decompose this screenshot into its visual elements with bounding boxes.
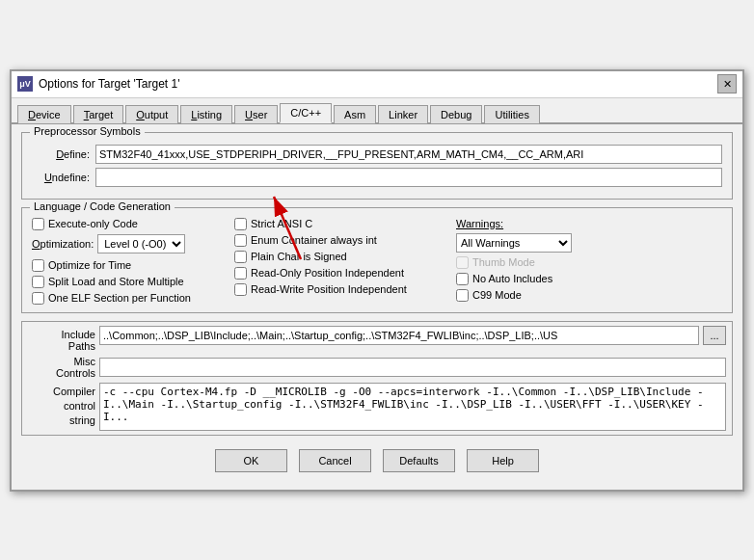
tabs-bar: Device Target Output Listing User C/C++ … bbox=[12, 98, 742, 124]
read-write-pi-row: Read-Write Position Independent bbox=[234, 283, 446, 296]
no-auto-includes-row: No Auto Includes bbox=[456, 273, 722, 285]
optimize-time-checkbox[interactable] bbox=[32, 259, 44, 272]
warnings-col: Warnings: All Warnings Thumb Mode No Aut… bbox=[456, 218, 722, 302]
optimization-select[interactable]: Level 0 (-O0) bbox=[97, 234, 185, 253]
title-bar: μV Options for Target 'Target 1' ✕ bbox=[12, 71, 742, 98]
strict-ansi-checkbox[interactable] bbox=[234, 218, 247, 230]
tab-listing[interactable]: Listing bbox=[180, 105, 232, 123]
optimization-label: Optimization: bbox=[32, 238, 94, 250]
lang-col-1: Execute-only Code Optimization: Level 0 … bbox=[32, 218, 225, 305]
read-write-pi-label: Read-Write Position Independent bbox=[251, 283, 407, 295]
ok-button[interactable]: OK bbox=[215, 449, 287, 472]
read-write-pi-checkbox[interactable] bbox=[234, 283, 247, 296]
misc-row: Misc Controls bbox=[28, 356, 726, 379]
undefine-row: Undefine: bbox=[32, 168, 722, 187]
dialog-title: Options for Target 'Target 1' bbox=[39, 77, 179, 91]
thumb-mode-row: Thumb Mode bbox=[456, 256, 722, 269]
no-auto-includes-label: No Auto Includes bbox=[472, 273, 552, 284]
include-paths-browse-button[interactable]: ... bbox=[703, 326, 726, 345]
tab-asm[interactable]: Asm bbox=[334, 105, 376, 123]
c99-mode-row: C99 Mode bbox=[456, 289, 722, 302]
undefine-input[interactable] bbox=[95, 168, 722, 187]
enum-container-checkbox[interactable] bbox=[234, 234, 247, 247]
c99-mode-checkbox[interactable] bbox=[456, 289, 469, 302]
lang-col-2: Strict ANSI C Enum Container always int … bbox=[234, 218, 446, 305]
execute-only-checkbox[interactable] bbox=[32, 218, 44, 230]
define-input[interactable] bbox=[95, 145, 722, 164]
preprocessor-title: Preprocessor Symbols bbox=[30, 125, 145, 137]
enum-container-row: Enum Container always int bbox=[234, 234, 446, 247]
misc-input[interactable] bbox=[99, 358, 726, 377]
language-group: Language / Code Generation Execute-only … bbox=[21, 207, 733, 313]
undefine-label: Undefine: bbox=[32, 172, 90, 183]
plain-char-row: Plain Char is Signed bbox=[234, 251, 446, 263]
execute-only-label: Execute-only Code bbox=[48, 218, 138, 229]
tab-linker[interactable]: Linker bbox=[378, 105, 428, 123]
compiler-textarea[interactable]: -c --cpu Cortex-M4.fp -D __MICROLIB -g -… bbox=[99, 383, 726, 431]
app-icon: μV bbox=[17, 76, 33, 92]
compiler-row: Compiler control string -c --cpu Cortex-… bbox=[28, 383, 726, 431]
one-elf-label: One ELF Section per Function bbox=[48, 292, 191, 304]
tab-output[interactable]: Output bbox=[125, 105, 178, 123]
tab-cc[interactable]: C/C++ bbox=[280, 103, 332, 123]
define-label: Define: bbox=[32, 148, 90, 160]
define-row: Define: bbox=[32, 145, 722, 164]
lang-col-3: Warnings: All Warnings Thumb Mode No Aut… bbox=[456, 218, 722, 305]
main-dialog: μV Options for Target 'Target 1' ✕ Devic… bbox=[10, 69, 744, 492]
include-paths-row: Include Paths ... bbox=[28, 326, 726, 352]
cancel-button[interactable]: Cancel bbox=[299, 449, 371, 472]
enum-container-label: Enum Container always int bbox=[251, 234, 377, 246]
preprocessor-group: Preprocessor Symbols Define: Undefine: bbox=[21, 132, 733, 200]
strict-ansi-label: Strict ANSI C bbox=[251, 218, 312, 229]
tab-utilities[interactable]: Utilities bbox=[484, 105, 539, 123]
language-body: Execute-only Code Optimization: Level 0 … bbox=[32, 218, 722, 305]
include-paths-input[interactable] bbox=[99, 326, 699, 345]
defaults-button[interactable]: Defaults bbox=[383, 449, 455, 472]
read-only-pi-checkbox[interactable] bbox=[234, 267, 247, 280]
optimize-time-row: Optimize for Time bbox=[32, 259, 225, 272]
thumb-mode-label: Thumb Mode bbox=[472, 256, 535, 268]
warnings-label: Warnings: bbox=[456, 218, 722, 229]
split-load-label: Split Load and Store Multiple bbox=[48, 276, 184, 287]
tab-device[interactable]: Device bbox=[17, 105, 71, 123]
include-section: Include Paths ... Misc Controls Compiler… bbox=[21, 321, 733, 436]
split-load-row: Split Load and Store Multiple bbox=[32, 276, 225, 288]
plain-char-label: Plain Char is Signed bbox=[251, 251, 347, 262]
one-elf-checkbox[interactable] bbox=[32, 292, 44, 305]
execute-only-row: Execute-only Code bbox=[32, 218, 225, 230]
c99-mode-label: C99 Mode bbox=[472, 289, 522, 301]
warnings-select[interactable]: All Warnings bbox=[456, 233, 572, 253]
read-only-pi-label: Read-Only Position Independent bbox=[251, 267, 404, 279]
compiler-label: Compiler control string bbox=[28, 383, 95, 429]
read-only-pi-row: Read-Only Position Independent bbox=[234, 267, 446, 280]
include-paths-label: Include Paths bbox=[28, 326, 95, 352]
help-button[interactable]: Help bbox=[467, 449, 539, 472]
optimization-row: Optimization: Level 0 (-O0) bbox=[32, 234, 225, 253]
plain-char-checkbox[interactable] bbox=[234, 251, 247, 263]
optimize-time-label: Optimize for Time bbox=[48, 259, 131, 271]
misc-label: Misc Controls bbox=[28, 356, 95, 379]
close-button[interactable]: ✕ bbox=[717, 74, 737, 93]
thumb-mode-checkbox[interactable] bbox=[456, 256, 469, 269]
title-bar-left: μV Options for Target 'Target 1' bbox=[17, 76, 179, 92]
no-auto-includes-checkbox[interactable] bbox=[456, 273, 469, 285]
split-load-checkbox[interactable] bbox=[32, 276, 44, 288]
tab-debug[interactable]: Debug bbox=[430, 105, 482, 123]
bottom-buttons: OK Cancel Defaults Help bbox=[21, 441, 733, 482]
one-elf-row: One ELF Section per Function bbox=[32, 292, 225, 305]
language-title: Language / Code Generation bbox=[30, 200, 175, 212]
tab-content: Preprocessor Symbols Define: Undefine: L… bbox=[12, 124, 742, 490]
strict-ansi-row: Strict ANSI C bbox=[234, 218, 446, 230]
tab-target[interactable]: Target bbox=[73, 105, 124, 123]
tab-user[interactable]: User bbox=[234, 105, 278, 123]
